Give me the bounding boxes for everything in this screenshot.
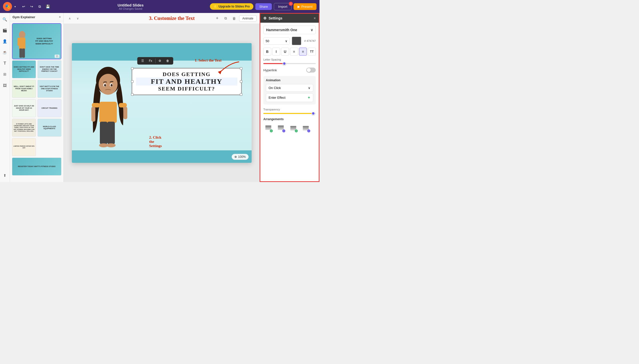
duplicate-button[interactable]: ⧉ <box>222 15 229 22</box>
instruction-title: 3. Customize the Text <box>149 16 195 21</box>
letter-spacing-thumb[interactable] <box>283 62 286 65</box>
slide-thumb-5[interactable]: JUST GIVE US HALF AN HOUR OF YOUR 24 HOU… <box>12 99 36 117</box>
format-align-left-button[interactable]: ≡ <box>290 48 298 56</box>
document-title[interactable]: Untitled Slides <box>54 3 207 7</box>
ft-menu-btn[interactable]: ☰ <box>139 58 146 64</box>
left-sidebar: 🔍 🎬 👤 ☕ T ⊞ 🖼 ⬆ <box>0 13 10 182</box>
slide-grid: DOES GETTING FIT AND HEALTHY SEEM DIFFIC… <box>12 60 61 156</box>
enter-effect-row[interactable]: Enter Effect ✦ <box>266 93 313 102</box>
sidebar-user[interactable]: 👤 <box>2 38 9 45</box>
nav-up-button[interactable]: ∧ <box>67 16 73 22</box>
settings-panel: ⚙ Settings × Hammersmith One ∨ 50 ∨ # 47… <box>260 13 319 182</box>
sidebar-slides[interactable]: 🎬 <box>2 27 9 34</box>
sidebar-image[interactable]: 🖼 <box>2 82 9 89</box>
settings-header-left: ⚙ Settings <box>263 16 282 20</box>
slide-thumb-1[interactable]: DOES GETTING FIT AND HEALTHY SEEM DIFFIC… <box>12 60 36 78</box>
handle-ml[interactable] <box>131 80 134 83</box>
format-bold-button[interactable]: B <box>263 48 271 56</box>
nav-down-button[interactable]: ∨ <box>75 16 81 22</box>
slide-thumb-2[interactable]: DON'T HAVE THE TIME ENERGY OR THE PERFEC… <box>38 60 61 78</box>
on-click-label: On Click <box>269 86 281 90</box>
arrangement-3[interactable]: + <box>288 123 298 133</box>
sidebar-upload[interactable]: ⬆ <box>2 172 9 179</box>
arrangement-2[interactable]: + <box>276 123 286 133</box>
sidebar-text[interactable]: T <box>2 60 9 67</box>
transparency-thumb[interactable] <box>312 112 315 115</box>
format-italic-button[interactable]: I <box>272 48 280 56</box>
font-size-selector[interactable]: 50 ∨ <box>263 38 290 45</box>
slide-canvas[interactable]: DOES GETTING FIT AND HEALTHY SEEM DIFFIC… <box>72 43 252 163</box>
svg-rect-13 <box>100 122 107 144</box>
hyperlink-toggle[interactable] <box>306 68 316 72</box>
copy-button[interactable]: ⧉ <box>36 3 43 10</box>
handle-tl[interactable] <box>131 67 134 70</box>
handle-mr[interactable] <box>240 80 242 83</box>
format-underline-button[interactable]: U <box>281 48 289 56</box>
svg-rect-14 <box>107 122 115 144</box>
settings-header: ⚙ Settings × <box>260 14 319 23</box>
on-click-dropdown[interactable]: On Click ∨ <box>266 84 313 92</box>
animate-button[interactable]: Animate <box>239 15 257 22</box>
handle-tr[interactable] <box>240 67 242 70</box>
upgrade-button[interactable]: ⭐ Upgrade to Slides Pro <box>210 3 253 10</box>
character-svg <box>84 63 134 163</box>
slide-thumb-9[interactable]: LIMITED PERIOD OFFER 50% OFF <box>12 138 36 156</box>
share-button[interactable]: Share <box>255 3 272 10</box>
handle-bl[interactable] <box>131 93 134 96</box>
arrangements-label: Arrangements <box>263 118 316 121</box>
text-block[interactable]: DOES GETTING FIT AND HEALTHY SEEM DIFFIC… <box>132 68 242 95</box>
play-icon: ▶ <box>298 5 300 8</box>
topbar-right: ⭐ Upgrade to Slides Pro Share Import 1 ▶… <box>210 3 317 10</box>
svg-rect-5 <box>22 48 25 58</box>
slide-thumb-4[interactable]: VISIT MATT'S GYM THE ONE-STOP FITNESS ST… <box>38 80 61 98</box>
ft-settings-btn[interactable]: ⚙ <box>156 58 163 64</box>
import-button[interactable]: Import 1 <box>274 3 292 10</box>
title-section: Untitled Slides All Changes Saved <box>54 3 207 10</box>
canvas-viewport: DOES GETTING FIT AND HEALTHY SEEM DIFFIC… <box>64 24 260 182</box>
app-logo[interactable]: 🎭 <box>3 2 12 11</box>
present-button[interactable]: ▶ Present <box>294 3 317 10</box>
format-tt-button[interactable]: TT <box>308 48 316 56</box>
arr-badge-4: + <box>307 130 310 132</box>
slide-thumb-8[interactable]: WORLD-CLASS EQUIPMENTS <box>38 119 61 136</box>
font-selector[interactable]: Hammersmith One ∨ <box>263 26 316 34</box>
arrangement-4[interactable]: + <box>301 123 311 133</box>
close-panel-button[interactable]: × <box>59 15 61 19</box>
slide-list: DOES GETTINGFIT AND HEALTHYSEEM DIFFICUL… <box>10 21 63 182</box>
slide-thumb-3[interactable]: WELL, DON'T SWEAT IT! FROM YOUR HOME I M… <box>12 80 36 98</box>
settings-body: Hammersmith One ∨ 50 ∨ # 474747 B I U ≡ <box>260 23 319 181</box>
font-name: Hammersmith One <box>266 28 297 32</box>
arrangement-1[interactable]: + <box>263 123 273 133</box>
ft-fx-btn[interactable]: Fx <box>147 58 154 64</box>
handle-br[interactable] <box>240 93 242 96</box>
slide-thumb-main[interactable]: DOES GETTINGFIT AND HEALTHYSEEM DIFFICUL… <box>12 23 61 59</box>
format-align-center-button[interactable]: ≡ <box>299 48 307 56</box>
text-line3: SEEM DIFFICULT? <box>136 86 237 92</box>
topbar-icons: ↩ ↪ ⧉ 💾 <box>20 3 51 10</box>
sidebar-sticker[interactable]: ⊞ <box>2 71 9 78</box>
sidebar-search[interactable]: 🔍 <box>2 16 9 23</box>
canvas-area: 3. Customize the Text ∧ ∨ + ⧉ 🗑 Animate <box>64 13 260 182</box>
slide-thumb-7[interactable]: IF POWER LIFTS AND CRUNCHES ARE NOT YOUR… <box>12 119 36 136</box>
main-area: 🔍 🎬 👤 ☕ T ⊞ 🖼 ⬆ Gym Explainer × <box>0 13 319 182</box>
font-size-value: 50 <box>266 39 269 43</box>
color-swatch[interactable] <box>292 37 301 45</box>
save-button[interactable]: 💾 <box>44 3 51 10</box>
svg-point-16 <box>107 143 116 147</box>
transparency-track[interactable] <box>263 113 316 114</box>
sidebar-coffee[interactable]: ☕ <box>2 49 9 56</box>
svg-rect-11 <box>91 107 95 122</box>
settings-close-button[interactable]: × <box>314 16 316 20</box>
slide-thumb-last[interactable]: REGISTER TODAY! MATT'S FITNESS STUDIO <box>12 158 61 176</box>
delete-element-button[interactable]: 🗑 <box>231 15 238 22</box>
slide-thumb-6[interactable]: CIRCUIT TRAINING <box>38 99 61 117</box>
letter-spacing-track[interactable] <box>263 63 316 64</box>
redo-button[interactable]: ↪ <box>28 3 35 10</box>
ft-delete-btn[interactable]: 🗑 <box>164 58 171 64</box>
svg-point-19 <box>104 84 106 86</box>
font-size-chevron: ∨ <box>285 39 288 43</box>
star-icon: ⭐ <box>214 5 217 8</box>
logo-dropdown[interactable]: ▾ <box>15 5 16 8</box>
undo-button[interactable]: ↩ <box>20 3 27 10</box>
add-element-button[interactable]: + <box>214 15 221 22</box>
